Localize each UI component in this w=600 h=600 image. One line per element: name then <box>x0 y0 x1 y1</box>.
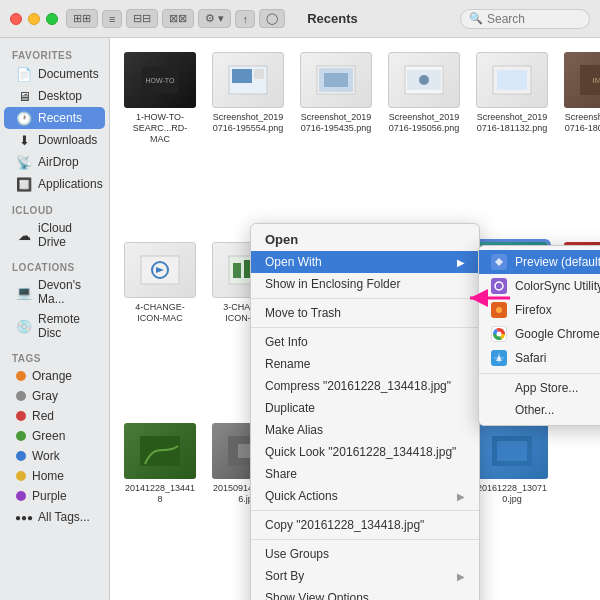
gallery-view-button[interactable]: ⊠⊠ <box>162 9 194 28</box>
file-item[interactable]: 20161228_130710.jpg <box>472 419 552 590</box>
file-item[interactable]: IMG Screenshot_2019 0716-180908.png <box>560 48 600 230</box>
favorites-label: Favorites <box>0 46 109 63</box>
submenu-item-label: Google Chrome <box>515 327 600 341</box>
sidebar-item-green[interactable]: Green <box>4 426 105 446</box>
file-item[interactable]: Screenshot_2019 0716-181132.png <box>472 48 552 230</box>
ctx-make-alias[interactable]: Make Alias <box>251 419 479 441</box>
sidebar-item-label: AirDrop <box>38 155 79 169</box>
close-button[interactable] <box>10 13 22 25</box>
icon-view-button[interactable]: ⊞⊞ <box>66 9 98 28</box>
ctx-move-trash[interactable]: Move to Trash <box>251 302 479 324</box>
sidebar-item-applications[interactable]: 🔲 Applications <box>4 173 105 195</box>
sidebar-item-home[interactable]: Home <box>4 466 105 486</box>
ctx-show-view-options[interactable]: Show View Options <box>251 587 479 600</box>
ctx-quick-actions[interactable]: Quick Actions ▶ <box>251 485 479 507</box>
ctx-open[interactable]: Open <box>251 228 479 251</box>
ctx-compress[interactable]: Compress "20161228_134418.jpg" <box>251 375 479 397</box>
file-item[interactable]: 20141228_134418 <box>120 419 200 590</box>
traffic-lights <box>10 13 58 25</box>
file-label: Screenshot_2019 0716-195056.png <box>388 112 460 134</box>
file-item[interactable]: Screenshot_2019 0716-195435.png <box>296 48 376 230</box>
ctx-copy[interactable]: Copy "20161228_134418.jpg" <box>251 514 479 536</box>
svg-text:HOW-TO: HOW-TO <box>146 77 175 84</box>
sidebar-item-airdrop[interactable]: 📡 AirDrop <box>4 151 105 173</box>
sidebar: Favorites 📄 Documents 🖥 Desktop 🕐 Recent… <box>0 38 110 600</box>
list-view-button[interactable]: ≡ <box>102 10 122 28</box>
file-thumbnail <box>124 423 196 479</box>
sidebar-item-all-tags[interactable]: ●●● All Tags... <box>4 506 105 528</box>
submenu-item-chrome[interactable]: Google Chrome <box>479 322 600 346</box>
ctx-separator <box>251 327 479 328</box>
ctx-duplicate[interactable]: Duplicate <box>251 397 479 419</box>
sub-separator <box>479 373 600 374</box>
ctx-sort-by[interactable]: Sort By ▶ <box>251 565 479 587</box>
sidebar-item-downloads[interactable]: ⬇ Downloads <box>4 129 105 151</box>
sidebar-item-label: Gray <box>32 389 58 403</box>
svg-rect-3 <box>232 69 252 83</box>
ctx-show-enclosing[interactable]: Show in Enclosing Folder <box>251 273 479 295</box>
sidebar-item-work[interactable]: Work <box>4 446 105 466</box>
ctx-open-with[interactable]: Open With ▶ <box>251 251 479 273</box>
locations-label: Locations <box>0 258 109 275</box>
submenu-item-safari[interactable]: Safari <box>479 346 600 370</box>
sidebar-item-documents[interactable]: 📄 Documents <box>4 63 105 85</box>
purple-tag-dot <box>16 491 26 501</box>
svg-rect-7 <box>324 73 348 87</box>
sidebar-item-label: Red <box>32 409 54 423</box>
sidebar-item-label: iCloud Drive <box>38 221 93 249</box>
home-tag-dot <box>16 471 26 481</box>
file-thumbnail <box>212 52 284 108</box>
column-view-button[interactable]: ⊟⊟ <box>126 9 158 28</box>
submenu-item-label: Safari <box>515 351 546 365</box>
file-label: 20141228_134418 <box>124 483 196 505</box>
file-item[interactable]: 4-CHANGE-ICON-MAC <box>120 238 200 411</box>
file-label: 20161228_130710.jpg <box>476 483 548 505</box>
file-thumbnail <box>300 52 372 108</box>
sidebar-item-label: Downloads <box>38 133 97 147</box>
submenu-item-app-store[interactable]: App Store... <box>479 377 600 399</box>
recents-icon: 🕐 <box>16 110 32 126</box>
ctx-quick-look[interactable]: Quick Look "20161228_134418.jpg" <box>251 441 479 463</box>
svg-text:IMG: IMG <box>592 76 600 85</box>
svg-point-10 <box>419 75 429 85</box>
svg-rect-18 <box>233 263 241 278</box>
sidebar-item-purple[interactable]: Purple <box>4 486 105 506</box>
sidebar-item-orange[interactable]: Orange <box>4 366 105 386</box>
maximize-button[interactable] <box>46 13 58 25</box>
sidebar-item-label: Documents <box>38 67 99 81</box>
file-thumbnail <box>388 52 460 108</box>
sidebar-item-label: Recents <box>38 111 82 125</box>
file-item[interactable]: HOW-TO 1-HOW-TO-SEARC...RD-MAC <box>120 48 200 230</box>
sidebar-item-label: Orange <box>32 369 72 383</box>
sidebar-item-gray[interactable]: Gray <box>4 386 105 406</box>
sidebar-item-red[interactable]: Red <box>4 406 105 426</box>
submenu-item-other[interactable]: Other... <box>479 399 600 421</box>
file-item[interactable]: Screenshot_2019 0716-195056.png <box>384 48 464 230</box>
search-icon: 🔍 <box>469 12 483 25</box>
file-thumbnail <box>476 52 548 108</box>
file-item[interactable]: Screenshot_2019 0716-195554.png <box>208 48 288 230</box>
ctx-use-groups[interactable]: Use Groups <box>251 543 479 565</box>
file-label: Screenshot_2019 0716-181132.png <box>476 112 548 134</box>
file-label: 4-CHANGE-ICON-MAC <box>124 302 196 324</box>
context-menu: Open Open With ▶ Show in Enclosing Folde… <box>250 223 480 600</box>
sidebar-item-desktop[interactable]: 🖥 Desktop <box>4 85 105 107</box>
submenu-item-label: ColorSync Utility <box>515 279 600 293</box>
file-thumbnail <box>124 242 196 298</box>
applications-icon: 🔲 <box>16 176 32 192</box>
ctx-get-info[interactable]: Get Info <box>251 331 479 353</box>
sidebar-item-devon[interactable]: 💻 Devon's Ma... <box>4 275 105 309</box>
sidebar-item-recents[interactable]: 🕐 Recents <box>4 107 105 129</box>
sidebar-item-remote-disc[interactable]: 💿 Remote Disc <box>4 309 105 343</box>
svg-rect-4 <box>254 69 264 79</box>
submenu-item-preview[interactable]: Preview (default) <box>479 250 600 274</box>
minimize-button[interactable] <box>28 13 40 25</box>
computer-icon: 💻 <box>16 284 32 300</box>
icloud-label: iCloud <box>0 201 109 218</box>
search-bar[interactable]: 🔍 <box>460 9 590 29</box>
svg-rect-35 <box>497 441 527 461</box>
ctx-share[interactable]: Share <box>251 463 479 485</box>
sidebar-item-icloud-drive[interactable]: ☁ iCloud Drive <box>4 218 105 252</box>
search-input[interactable] <box>487 12 577 26</box>
ctx-rename[interactable]: Rename <box>251 353 479 375</box>
